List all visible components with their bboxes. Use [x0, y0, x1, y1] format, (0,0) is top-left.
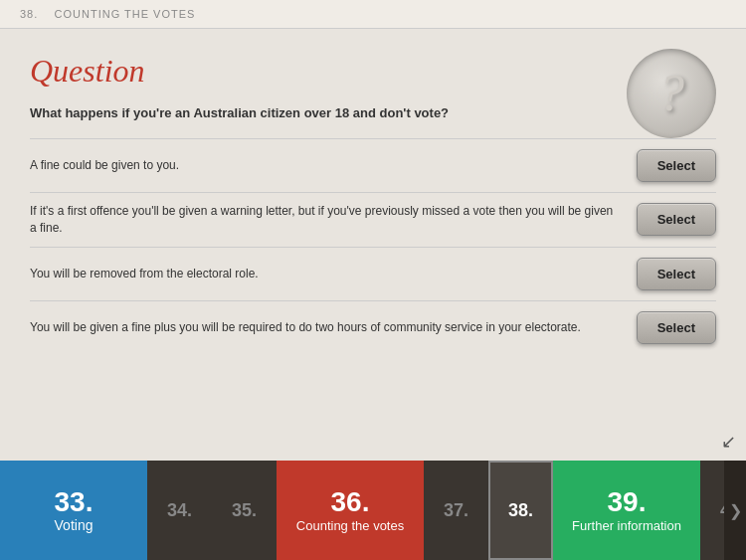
- nav-number-38: 38.: [508, 500, 533, 521]
- nav-label-39: Further information: [572, 518, 681, 533]
- nav-item-35[interactable]: 35.: [212, 461, 277, 560]
- nav-number-37: 37.: [444, 500, 468, 521]
- question-text: What happens if you're an Australian cit…: [30, 105, 716, 120]
- chapter-title: COUNTING THE VOTES: [55, 8, 196, 20]
- nav-item-36[interactable]: 36.Counting the votes: [277, 461, 424, 560]
- nav-item-33[interactable]: 33.Voting: [0, 461, 147, 560]
- answer-text-4: You will be given a fine plus you will b…: [30, 319, 637, 336]
- corner-minimize-icon[interactable]: ↙: [721, 431, 736, 453]
- nav-label-33: Voting: [55, 517, 93, 533]
- nav-number-33: 33.: [55, 487, 93, 518]
- question-icon: ?: [627, 49, 716, 138]
- nav-number-35: 35.: [232, 500, 257, 521]
- nav-item-37[interactable]: 37.: [424, 461, 488, 560]
- answer-row-2: If it's a first offence you'll be given …: [30, 192, 716, 247]
- nav-number-39: 39.: [608, 487, 647, 518]
- bottom-navigation: 33.Voting34.35.36.Counting the votes37.3…: [0, 461, 746, 560]
- answer-row-4: You will be given a fine plus you will b…: [30, 300, 716, 354]
- answer-text-3: You will be removed from the electoral r…: [30, 266, 637, 282]
- nav-item-38[interactable]: 38.: [488, 461, 553, 560]
- answer-row-3: You will be removed from the electoral r…: [30, 247, 716, 300]
- chapter-number: 38.: [20, 8, 38, 20]
- nav-number-36: 36.: [331, 487, 370, 518]
- question-mark-icon: ?: [658, 68, 684, 119]
- question-title: Question: [30, 53, 716, 90]
- header-chapter: 38. COUNTING THE VOTES: [20, 8, 195, 20]
- answer-text-2: If it's a first offence you'll be given …: [30, 203, 637, 237]
- answer-row-1: A fine could be given to you.Select: [30, 138, 716, 192]
- next-arrow-button[interactable]: ❯: [724, 461, 746, 560]
- nav-label-36: Counting the votes: [296, 518, 404, 533]
- select-button-1[interactable]: Select: [637, 149, 716, 182]
- select-button-4[interactable]: Select: [637, 311, 716, 344]
- select-button-2[interactable]: Select: [637, 203, 716, 236]
- answer-text-1: A fine could be given to you.: [30, 157, 637, 174]
- header: 38. COUNTING THE VOTES: [0, 0, 746, 29]
- main-content: ? Question What happens if you're an Aus…: [0, 29, 746, 489]
- answers-list: A fine could be given to you.SelectIf it…: [30, 138, 716, 354]
- nav-item-34[interactable]: 34.: [147, 461, 212, 560]
- nav-number-34: 34.: [167, 500, 192, 521]
- select-button-3[interactable]: Select: [637, 258, 716, 290]
- nav-item-39[interactable]: 39.Further information: [553, 461, 700, 560]
